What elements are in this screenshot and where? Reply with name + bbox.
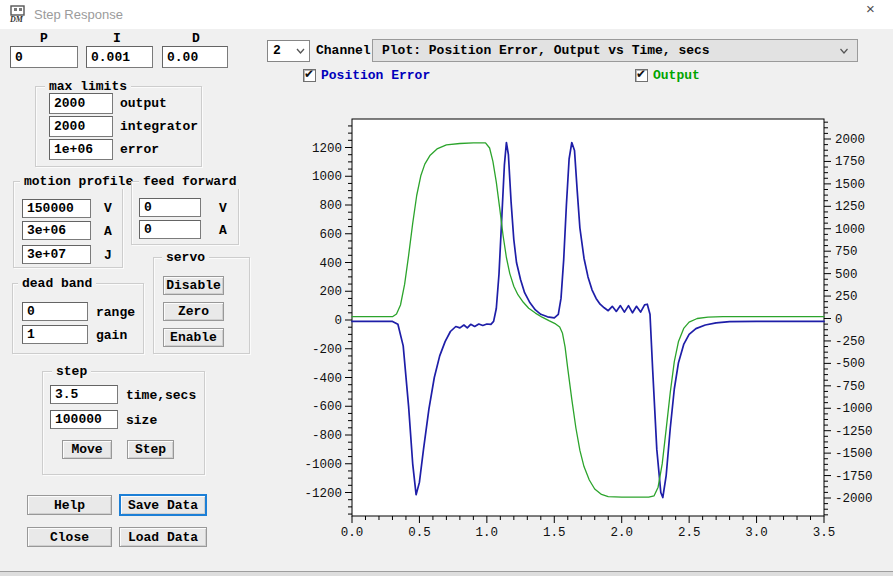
svg-text:-1750: -1750 [835, 470, 873, 484]
max-integrator-field[interactable] [49, 116, 113, 137]
channel-select[interactable]: 2 [267, 40, 310, 62]
svg-text:2000: 2000 [835, 133, 865, 147]
plot-mode-value: Plot: Position Error, Output vs Time, se… [382, 43, 710, 58]
svg-text:-400: -400 [312, 372, 342, 386]
svg-text:500: 500 [835, 268, 858, 282]
channel-value: 2 [273, 43, 281, 58]
check-mark-icon: ✔ [304, 67, 314, 81]
svg-text:3.0: 3.0 [745, 526, 768, 540]
svg-text:1750: 1750 [835, 155, 865, 169]
servo-zero-button[interactable]: Zero [163, 302, 224, 321]
svg-text:200: 200 [319, 285, 342, 299]
check-mark-icon: ✔ [636, 67, 646, 81]
max-integrator-label: integrator [120, 119, 198, 134]
svg-text:0: 0 [835, 313, 843, 327]
svg-text:-800: -800 [312, 429, 342, 443]
svg-text:DM: DM [9, 15, 24, 24]
max-limits-title: max limits [45, 79, 131, 94]
dead-band-range-label: range [96, 305, 135, 320]
title-bar: DM Step Response × [0, 0, 893, 29]
jerk-unit-label: J [104, 248, 112, 263]
max-output-field[interactable] [49, 93, 113, 114]
d-label: D [192, 31, 200, 46]
step-size-label: size [126, 413, 157, 428]
plot-svg: -1200-1000-800-600-400-20002004006008001… [292, 100, 887, 540]
close-icon[interactable]: × [848, 0, 893, 29]
svg-text:0.5: 0.5 [408, 526, 431, 540]
max-error-label: error [120, 142, 159, 157]
dead-band-gain-label: gain [96, 328, 127, 343]
position-error-checkbox-label: Position Error [321, 68, 430, 83]
svg-text:1.0: 1.0 [476, 526, 499, 540]
svg-text:1000: 1000 [835, 223, 865, 237]
max-error-field[interactable] [49, 139, 113, 160]
channel-label: Channel [316, 43, 371, 58]
svg-text:-1000: -1000 [835, 402, 873, 416]
svg-text:-1250: -1250 [835, 425, 873, 439]
help-button[interactable]: Help [27, 495, 112, 515]
dead-band-title: dead band [18, 276, 96, 291]
step-time-field[interactable] [50, 385, 118, 404]
svg-text:1000: 1000 [312, 170, 342, 184]
chevron-down-icon [839, 47, 849, 55]
servo-enable-button[interactable]: Enable [163, 328, 224, 347]
step-title: step [52, 364, 91, 379]
servo-title: servo [162, 250, 209, 265]
svg-text:-200: -200 [312, 343, 342, 357]
p-field[interactable] [10, 46, 78, 68]
jerk-field[interactable] [22, 245, 91, 264]
accel-field[interactable] [22, 221, 91, 240]
i-label: I [113, 31, 121, 46]
output-checkbox[interactable]: ✔ [635, 69, 648, 82]
move-button[interactable]: Move [62, 440, 112, 459]
i-field[interactable] [86, 46, 153, 68]
accel-unit-label: A [104, 224, 112, 239]
save-data-button[interactable]: Save Data [119, 494, 207, 516]
svg-text:-1200: -1200 [304, 487, 342, 501]
svg-text:0: 0 [334, 314, 342, 328]
step-button[interactable]: Step [127, 440, 174, 459]
svg-text:800: 800 [319, 199, 342, 213]
p-label: P [40, 31, 48, 46]
svg-text:-2000: -2000 [835, 492, 873, 506]
chevron-down-icon [296, 47, 305, 55]
svg-text:600: 600 [319, 228, 342, 242]
svg-text:1200: 1200 [312, 142, 342, 156]
ff-velocity-unit-label: V [219, 201, 227, 216]
step-time-label: time,secs [126, 388, 196, 403]
plot-mode-select[interactable]: Plot: Position Error, Output vs Time, se… [372, 39, 858, 62]
background-window-edge [0, 571, 893, 576]
ff-accel-field[interactable] [139, 220, 201, 239]
svg-text:750: 750 [835, 245, 858, 259]
velocity-unit-label: V [104, 201, 112, 216]
window-title: Step Response [34, 7, 123, 22]
load-data-button[interactable]: Load Data [119, 527, 207, 547]
step-size-field[interactable] [50, 410, 118, 429]
svg-text:1250: 1250 [835, 200, 865, 214]
app-icon: DM [8, 5, 28, 24]
svg-text:400: 400 [319, 257, 342, 271]
feed-forward-title: feed forward [139, 174, 241, 189]
svg-text:-1500: -1500 [835, 447, 873, 461]
svg-text:-600: -600 [312, 400, 342, 414]
svg-text:-250: -250 [835, 335, 865, 349]
svg-text:-1000: -1000 [304, 458, 342, 472]
servo-disable-button[interactable]: Disable [163, 276, 224, 295]
svg-text:2.5: 2.5 [678, 526, 701, 540]
dead-band-range-field[interactable] [22, 302, 88, 321]
dead-band-gain-field[interactable] [22, 325, 88, 344]
svg-text:0.0: 0.0 [341, 526, 364, 540]
velocity-field[interactable] [22, 199, 91, 218]
svg-text:2.0: 2.0 [610, 526, 633, 540]
ff-velocity-field[interactable] [139, 198, 201, 217]
svg-text:250: 250 [835, 290, 858, 304]
position-error-checkbox[interactable]: ✔ [303, 69, 316, 82]
d-field[interactable] [162, 46, 228, 68]
ff-accel-unit-label: A [219, 223, 227, 238]
svg-text:3.5: 3.5 [813, 526, 836, 540]
close-button[interactable]: Close [27, 527, 112, 547]
step-response-window: DM Step Response × P I D 2 Channel Plot:… [0, 0, 893, 576]
max-output-label: output [120, 96, 167, 111]
svg-text:1.5: 1.5 [543, 526, 566, 540]
output-checkbox-label: Output [653, 68, 700, 83]
